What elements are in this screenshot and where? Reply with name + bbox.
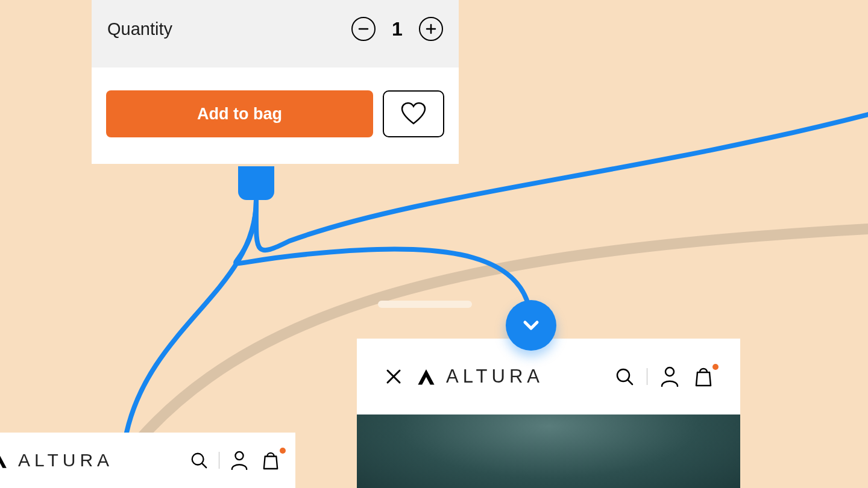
quantity-value: 1 bbox=[389, 18, 406, 40]
favorite-button[interactable] bbox=[383, 90, 444, 137]
svg-point-7 bbox=[665, 368, 674, 376]
product-action-card: Quantity 1 Add to bag bbox=[92, 0, 459, 164]
svg-point-8 bbox=[192, 454, 204, 465]
svg-line-9 bbox=[203, 464, 207, 468]
search-icon bbox=[615, 367, 634, 386]
bag-icon bbox=[262, 451, 279, 470]
header-separator-cropped bbox=[219, 452, 219, 469]
canvas-background: Quantity 1 Add to bag bbox=[0, 0, 868, 488]
bag-icon bbox=[694, 366, 712, 387]
svg-point-5 bbox=[617, 369, 629, 381]
account-button[interactable] bbox=[658, 365, 681, 388]
bag-notification-dot-cropped bbox=[280, 448, 286, 454]
account-icon bbox=[230, 451, 248, 470]
drag-handle-indicator bbox=[378, 301, 472, 308]
bag-button-cropped[interactable] bbox=[259, 449, 282, 472]
minus-icon bbox=[357, 23, 370, 35]
bag-notification-dot bbox=[712, 364, 719, 370]
account-button-cropped[interactable] bbox=[228, 449, 251, 472]
svg-line-6 bbox=[628, 380, 632, 384]
plus-icon bbox=[425, 23, 437, 35]
search-button-cropped[interactable] bbox=[187, 449, 210, 472]
brand-name: ALTURA bbox=[446, 366, 544, 387]
chevron-down-icon bbox=[519, 313, 543, 337]
brand-lockup-cropped[interactable]: ALTURA bbox=[0, 450, 113, 471]
brand-lockup[interactable]: ALTURA bbox=[416, 366, 544, 387]
connector-origin-plug bbox=[238, 166, 274, 200]
quantity-stepper: 1 bbox=[351, 17, 443, 41]
brand-name-cropped: ALTURA bbox=[18, 450, 113, 471]
quantity-decrement-button[interactable] bbox=[351, 17, 376, 41]
storefront-mobile-cropped: ALTURA bbox=[0, 433, 295, 488]
storefront-header-bar: ALTURA bbox=[357, 339, 740, 414]
storefront-mobile-main: ALTURA bbox=[357, 339, 740, 488]
search-button[interactable] bbox=[613, 365, 636, 388]
close-icon bbox=[385, 368, 402, 385]
brand-logo-icon bbox=[416, 366, 436, 387]
storefront-header-bar-cropped: ALTURA bbox=[0, 433, 295, 488]
heart-icon bbox=[400, 102, 427, 126]
add-to-bag-button[interactable]: Add to bag bbox=[106, 90, 373, 137]
storefront-hero-image bbox=[357, 414, 740, 488]
close-button[interactable] bbox=[382, 365, 405, 388]
search-icon bbox=[190, 451, 208, 469]
quantity-increment-button[interactable] bbox=[419, 17, 443, 41]
connector-chevron-node[interactable] bbox=[506, 300, 556, 351]
account-icon bbox=[660, 366, 679, 387]
quantity-row: Quantity 1 bbox=[92, 0, 459, 67]
svg-point-10 bbox=[235, 452, 243, 460]
header-separator bbox=[647, 368, 647, 385]
product-action-row: Add to bag bbox=[92, 67, 459, 164]
bag-button[interactable] bbox=[692, 365, 715, 388]
quantity-label: Quantity bbox=[107, 19, 172, 39]
brand-logo-icon bbox=[0, 451, 8, 470]
